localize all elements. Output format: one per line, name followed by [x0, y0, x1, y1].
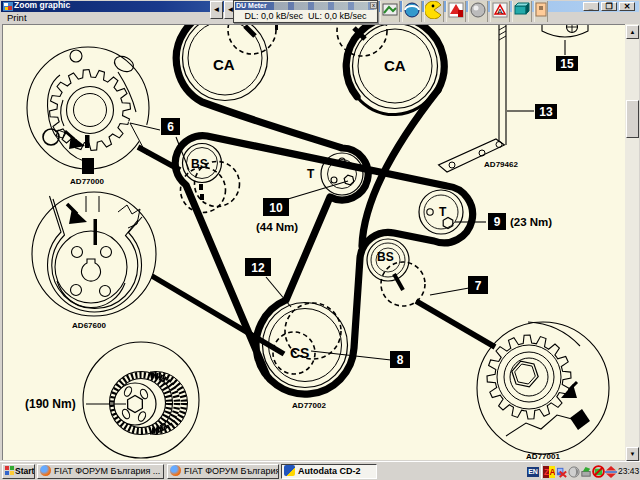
svg-text:13: 13	[539, 105, 553, 119]
svg-text:BS: BS	[377, 250, 394, 264]
svg-text:T: T	[307, 167, 315, 181]
svg-text:AD77002: AD77002	[292, 401, 326, 410]
svg-text:7: 7	[475, 279, 482, 293]
svg-text:CS: CS	[290, 345, 309, 361]
svg-text:AD77001: AD77001	[526, 452, 560, 460]
svg-text:CA: CA	[213, 56, 235, 73]
svg-text:15: 15	[560, 57, 574, 71]
svg-text:T: T	[439, 205, 447, 219]
svg-text:A: A	[549, 467, 555, 477]
svg-text:AD77000: AD77000	[70, 177, 104, 186]
svg-text:(44 Nm): (44 Nm)	[256, 221, 298, 233]
svg-text:AD67600: AD67600	[72, 321, 106, 330]
svg-text:Z: Z	[544, 467, 549, 477]
svg-text:BS: BS	[191, 157, 208, 171]
svg-text:9: 9	[494, 215, 501, 229]
svg-text:CA: CA	[384, 57, 406, 74]
svg-text:(23 Nm): (23 Nm)	[510, 216, 552, 228]
svg-text:A: A	[497, 7, 503, 16]
svg-text:8: 8	[397, 353, 404, 367]
svg-text:AD79462: AD79462	[484, 160, 518, 169]
svg-text:6: 6	[167, 120, 174, 134]
svg-text:(190 Nm): (190 Nm)	[25, 397, 76, 411]
svg-text:10: 10	[269, 201, 283, 215]
svg-text:12: 12	[251, 261, 265, 275]
